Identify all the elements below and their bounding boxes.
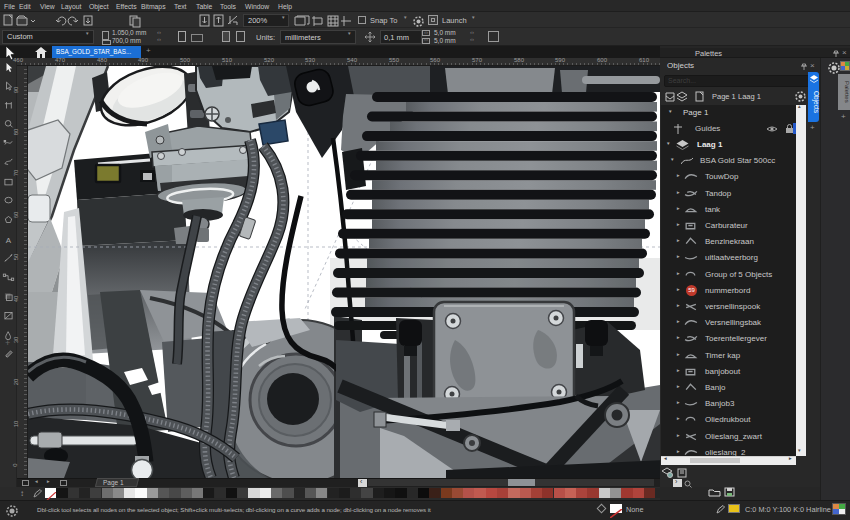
svg-text:A: A <box>6 236 12 245</box>
